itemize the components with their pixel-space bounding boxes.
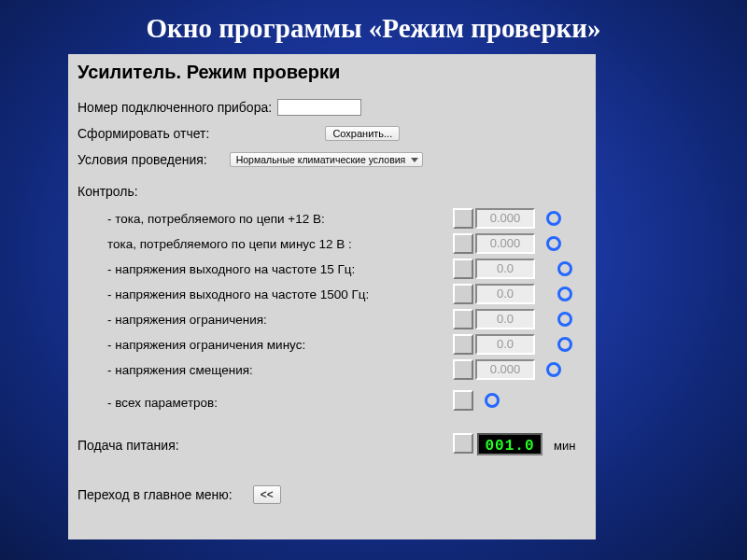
run-button[interactable] bbox=[453, 309, 473, 329]
back-label: Переход в главное меню: bbox=[78, 487, 233, 502]
control-label: Контроль: bbox=[68, 180, 596, 201]
save-button[interactable]: Сохранить... bbox=[325, 126, 400, 141]
timer-unit: мин bbox=[554, 439, 575, 453]
status-indicator-icon bbox=[485, 393, 500, 408]
report-label: Сформировать отчет: bbox=[78, 126, 209, 141]
timer-display: 001.0 bbox=[477, 433, 543, 455]
control-item-label: - напряжения выходного на частоте 15 Гц: bbox=[107, 262, 355, 276]
power-row: Подача питания: 001.0 мин bbox=[68, 431, 596, 459]
device-number-label: Номер подключенного прибора: bbox=[78, 100, 272, 115]
control-row: - напряжения выходного на частоте 1500 Г… bbox=[68, 282, 596, 307]
control-row: - тока, потребляемого по цепи +12 В: 0.0… bbox=[68, 206, 596, 231]
status-indicator-icon bbox=[557, 337, 572, 352]
conditions-value: Нормальные климатические условия bbox=[236, 154, 406, 165]
status-indicator-icon bbox=[546, 236, 561, 251]
device-number-row: Номер подключенного прибора: bbox=[68, 94, 596, 120]
control-item-label: - тока, потребляемого по цепи +12 В: bbox=[107, 212, 325, 226]
device-number-input[interactable] bbox=[277, 99, 361, 116]
control-row: - напряжения ограничения минус: 0.0 bbox=[68, 332, 596, 357]
panel-title: Усилитель. Режим проверки bbox=[68, 54, 596, 94]
control-item-label: - напряжения выходного на частоте 1500 Г… bbox=[107, 287, 369, 301]
readout-value: 0.000 bbox=[475, 208, 535, 229]
status-indicator-icon bbox=[546, 211, 561, 226]
power-label: Подача питания: bbox=[78, 438, 179, 453]
conditions-row: Условия проведения: Нормальные климатиче… bbox=[68, 147, 596, 173]
report-row: Сформировать отчет: Сохранить... bbox=[68, 120, 596, 147]
control-list: - тока, потребляемого по цепи +12 В: 0.0… bbox=[68, 206, 596, 383]
conditions-label: Условия проведения: bbox=[78, 152, 207, 167]
readout-value: 0.0 bbox=[475, 284, 535, 304]
readout-value: 0.000 bbox=[475, 359, 535, 380]
conditions-dropdown[interactable]: Нормальные климатические условия bbox=[230, 152, 424, 167]
control-item-label: - напряжения ограничения: bbox=[107, 313, 267, 327]
readout-value: 0.0 bbox=[475, 334, 535, 355]
run-button[interactable] bbox=[453, 284, 473, 304]
run-button[interactable] bbox=[453, 233, 473, 254]
control-item-label: тока, потребляемого по цепи минус 12 В : bbox=[107, 237, 352, 251]
run-button[interactable] bbox=[453, 259, 473, 279]
all-params-label: - всех параметров: bbox=[107, 396, 218, 410]
status-indicator-icon bbox=[557, 287, 572, 301]
control-row: тока, потребляемого по цепи минус 12 В :… bbox=[68, 231, 596, 257]
back-row: Переход в главное меню: << bbox=[68, 485, 596, 504]
status-indicator-icon bbox=[557, 312, 572, 327]
chevron-down-icon bbox=[411, 158, 418, 162]
control-item-label: - напряжения ограничения минус: bbox=[107, 338, 305, 352]
status-indicator-icon bbox=[546, 362, 561, 377]
slide-title: Окно программы «Режим проверки» bbox=[0, 0, 747, 53]
power-button[interactable] bbox=[453, 433, 473, 454]
control-row: - напряжения ограничения: 0.0 bbox=[68, 307, 596, 332]
app-panel: Усилитель. Режим проверки Номер подключе… bbox=[68, 54, 596, 539]
run-button[interactable] bbox=[453, 359, 473, 380]
all-params-row: - всех параметров: bbox=[68, 388, 596, 416]
readout-value: 0.0 bbox=[475, 309, 535, 329]
run-all-button[interactable] bbox=[453, 390, 473, 411]
back-button[interactable]: << bbox=[253, 485, 281, 504]
control-row: - напряжения смещения: 0.000 bbox=[68, 357, 596, 383]
control-row: - напряжения выходного на частоте 15 Гц:… bbox=[68, 257, 596, 282]
status-indicator-icon bbox=[557, 261, 572, 276]
readout-value: 0.000 bbox=[475, 233, 535, 254]
run-button[interactable] bbox=[453, 208, 473, 229]
run-button[interactable] bbox=[453, 334, 473, 355]
readout-value: 0.0 bbox=[475, 259, 535, 279]
control-item-label: - напряжения смещения: bbox=[107, 363, 253, 377]
